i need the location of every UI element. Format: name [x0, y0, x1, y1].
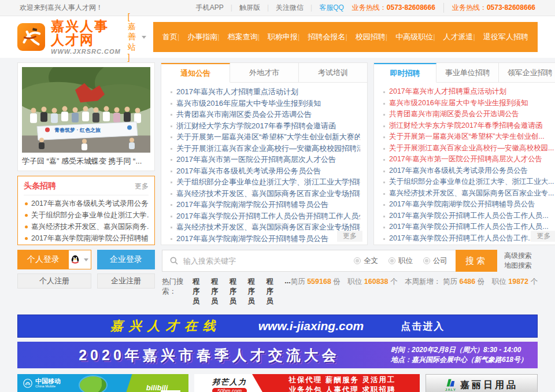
notice-item[interactable]: 嘉兴市级2016年应届大中专毕业生报到须知: [169, 98, 360, 109]
job-item[interactable]: 共青团嘉兴市南湖区委员会公开选调公告: [382, 109, 554, 120]
jaly-daily-goods-ad[interactable]: JALY 嘉丽日用品: [426, 374, 538, 392]
notice-item[interactable]: 嘉兴经济技术开发区、嘉兴国际商务区百家企业专场招聘会公告: [169, 188, 360, 199]
search-scope-option[interactable]: 全文: [354, 256, 378, 266]
jobs-tab[interactable]: 事业单位招聘: [436, 63, 499, 83]
nav-item[interactable]: 职称申报: [258, 32, 298, 42]
hot-search-term[interactable]: ...: [284, 277, 290, 306]
notice-item[interactable]: 2017年嘉兴学院公开招聘工作人员公告开招聘工作人员公告开...: [169, 210, 360, 222]
headline-item[interactable]: 嘉兴经济技术开发区、嘉兴国际商务...: [24, 221, 149, 232]
news-photo[interactable]: 青春筑梦 · 红色之旅: [22, 67, 150, 153]
job-item[interactable]: 2017年嘉兴市第一医院公开招聘高层次人才公告: [382, 154, 554, 165]
hot-search-term[interactable]: 程序员: [266, 277, 280, 306]
hot-search-term[interactable]: 程序员: [193, 277, 206, 306]
banner1-title: 嘉兴人才在线: [110, 317, 221, 335]
qq-login-dropdown[interactable]: [69, 250, 91, 269]
topbar-link[interactable]: 关注微信: [260, 3, 304, 13]
job-item[interactable]: 浙江财经大学东方学院2017年春季招聘会邀请函: [382, 120, 554, 132]
search-input[interactable]: [183, 250, 354, 271]
job-item[interactable]: 2017年嘉兴学院南湖学院公开招聘辅导员公告: [382, 199, 554, 210]
jiaxing-talent-online-banner[interactable]: 嘉兴人才在线 www.i-jiaxing.com 点击进入: [17, 315, 538, 338]
job-item[interactable]: 关于开展浙江嘉兴百家企业高校行—安徽高校校园...: [382, 143, 554, 154]
advanced-search-link[interactable]: 高级搜索: [504, 251, 538, 261]
banner1-url: www.i-jiaxing.com: [258, 319, 364, 333]
nav-item[interactable]: 退役军人招聘: [473, 32, 528, 42]
notices-tab[interactable]: 通知公告: [161, 63, 230, 83]
stat-number: 559168: [307, 278, 331, 286]
jobs-tab[interactable]: 领军企业招聘: [499, 63, 555, 83]
topbar-link[interactable]: 触屏版: [224, 3, 260, 13]
ad-green-stripe: bilibili 季度会员: [95, 374, 188, 392]
company-login-button[interactable]: 企业登录: [97, 250, 155, 269]
banner2-title: 2020年嘉兴市春季人才交流大会: [28, 346, 391, 365]
company-register-button[interactable]: 企业注册: [97, 273, 155, 289]
jobs-tabs: 即时招聘事业单位招聘领军企业招聘: [374, 63, 555, 83]
radio-icon: [354, 257, 361, 264]
search-scope-option[interactable]: 职位: [388, 256, 413, 266]
headline-item[interactable]: 2017年嘉兴市各级机关考试录用公务...: [24, 198, 149, 209]
site-logo-icon[interactable]: [17, 23, 45, 51]
hot-search-term[interactable]: 程序员: [211, 277, 225, 306]
job-item[interactable]: 2017年嘉兴市人才招聘重点活动计划: [382, 86, 554, 98]
personal-login-button[interactable]: 个人登录: [18, 250, 69, 269]
notices-more-link[interactable]: 更多: [337, 231, 362, 242]
stat-segment: 简历 559168 份: [291, 278, 348, 286]
notices-tab[interactable]: 外地才市: [230, 63, 299, 83]
job-item[interactable]: 关于开展第一届嘉兴港区“希望杯”大学生创业创...: [382, 131, 554, 143]
nav-item[interactable]: 中高级职位: [386, 32, 433, 42]
topbar-links: 手机APP触屏版关注微信客服QQ: [196, 3, 344, 13]
jobs-panel: 即时招聘事业单位招聘领军企业招聘 2017年嘉兴市人才招聘重点活动计划嘉兴市级2…: [373, 62, 555, 245]
job-fair-banner[interactable]: 2020年嘉兴市春季人才交流大会 时间：2020年2月8日（周六）8:30 - …: [17, 342, 538, 368]
map-search-link[interactable]: 地图搜索: [504, 261, 538, 271]
notice-item[interactable]: 浙江财经大学东方学院2017年春季招聘会邀请函: [169, 120, 360, 132]
jobs-more-link[interactable]: 更多: [531, 231, 555, 242]
left-column: 青春筑梦 · 红色之旅 学子回 “嘉” 感受禾城蝶变 携手同 “... 头条招聘…: [17, 62, 155, 245]
notice-item[interactable]: 2017年嘉兴市第一医院公开招聘高层次人才公告: [169, 154, 360, 165]
notice-item[interactable]: 2017年嘉兴学院南湖学院公开招聘辅导员公告: [169, 199, 360, 210]
notice-item[interactable]: 嘉兴经济技术开发区、嘉兴国际商务区百家企业专场招聘会公告: [169, 221, 360, 233]
search-button[interactable]: 搜索: [456, 250, 497, 272]
job-item[interactable]: 2017年嘉兴学院公开招聘工作人员公告工作人员...: [382, 221, 554, 233]
job-item[interactable]: 嘉兴经济技术开发区、嘉兴国际商务区百家企业专...: [382, 188, 554, 199]
bangmang-hr-ad[interactable]: 邦芒人力 50bm.com 社保代理 薪酬服务 灵活用工 业务外包 人事代理 求…: [194, 374, 420, 392]
headline-more-link[interactable]: 更多: [135, 182, 149, 191]
nav-item[interactable]: 招聘会报名: [298, 32, 345, 42]
brand-block[interactable]: 嘉兴人事人才网 WWW.JXRSRC.COM: [51, 19, 121, 55]
station-selector[interactable]: [ 嘉善站 ]: [128, 12, 146, 62]
headline-list: 2017年嘉兴市各级机关考试录用公务...关于组织部分企事业单位赴浙江大学...…: [24, 198, 149, 244]
hot-search-term[interactable]: 程序员: [230, 277, 243, 306]
topbar-link[interactable]: 客服QQ: [304, 3, 344, 13]
headline-recruit-card: 头条招聘 更多 2017年嘉兴市各级机关考试录用公务...关于组织部分企事业单位…: [17, 176, 155, 245]
notice-item[interactable]: 2017年嘉兴市各级机关考试录用公务员公告: [169, 165, 360, 177]
notices-tab[interactable]: 考试培训: [299, 63, 367, 83]
jobs-tab[interactable]: 即时招聘: [374, 63, 436, 83]
site-url: WWW.JXRSRC.COM: [51, 48, 121, 55]
job-item[interactable]: 关于组织部分企事业单位赴浙江大学、浙江工业大...: [382, 176, 554, 188]
nav-item[interactable]: 档案查询: [217, 32, 257, 42]
notice-item[interactable]: 关于开展第一届嘉兴港区“希望杯”大学生创业创新大赛的通知: [169, 131, 360, 143]
china-mobile-ad[interactable]: 中国移动China Mobile bilibili 季度会员 移动花卡: [17, 374, 188, 392]
hotline-number: 0573-82608666: [487, 3, 535, 12]
nav-item[interactable]: 人才派遣: [433, 32, 473, 42]
nav-item[interactable]: 办事指南: [177, 32, 217, 42]
notice-item[interactable]: 共青团嘉兴市南湖区委员会公开选调公告: [169, 109, 360, 120]
notice-item[interactable]: 关于开展浙江嘉兴百家企业高校行—安徽高校校园招聘活动的通...: [169, 143, 360, 154]
notice-item[interactable]: 2017年嘉兴市人才招聘重点活动计划: [169, 86, 360, 98]
notice-item[interactable]: 关于组织部分企事业单位赴浙江大学、浙江工业大学招聘人才的...: [169, 176, 360, 188]
nav-item[interactable]: 首页: [162, 32, 177, 42]
topbar-link[interactable]: 手机APP: [196, 3, 224, 13]
job-item[interactable]: 2017年嘉兴学院公开招聘工作人员公告工作...: [382, 233, 554, 245]
search-scope-option[interactable]: 公司: [423, 256, 447, 266]
headline-item[interactable]: 关于组织部分企事业单位赴浙江大学...: [24, 209, 149, 221]
ad-globe-art: [80, 376, 106, 392]
welcome-text: 欢迎来到嘉兴人事人才网！: [20, 3, 103, 13]
job-item[interactable]: 2017年嘉兴市各级机关考试录用公务员公告: [382, 165, 554, 177]
hot-search-term[interactable]: 程序员: [248, 277, 262, 306]
job-item[interactable]: 嘉兴市级2016年应届大中专毕业生报到须知: [382, 98, 554, 109]
headline-item[interactable]: 2017年嘉兴学院南湖学院公开招聘辅...: [24, 232, 149, 244]
photo-caption[interactable]: 学子回 “嘉” 感受禾城蝶变 携手同 “...: [22, 156, 150, 167]
personal-register-button[interactable]: 个人注册: [17, 273, 91, 289]
nav-item[interactable]: 校园招聘: [345, 32, 385, 42]
notice-item[interactable]: 2017年嘉兴学院南湖学院公开招聘辅导员公告: [169, 233, 360, 245]
site-name: 嘉兴人事人才网: [51, 19, 121, 47]
job-item[interactable]: 2017年嘉兴学院公开招聘工作人员公告工作人员...: [382, 210, 554, 222]
